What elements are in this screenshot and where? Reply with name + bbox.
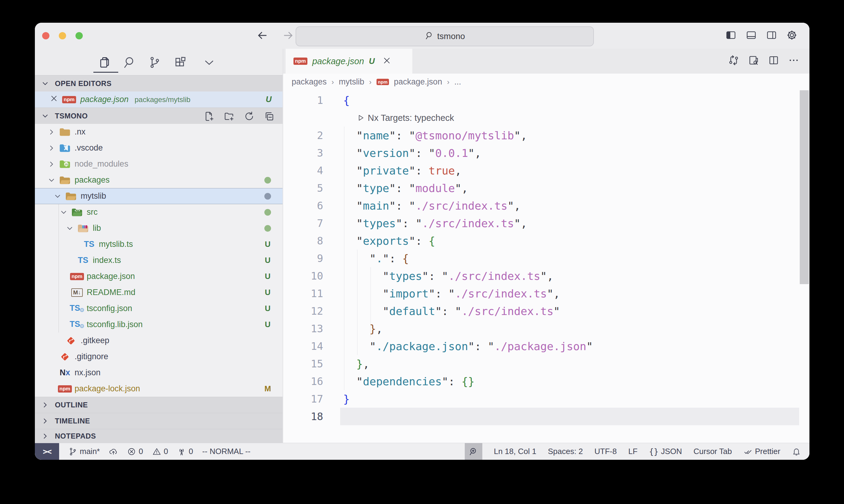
tree-item-tsconfig.lib.json[interactable]: TS⚙tsconfig.lib.jsonU: [35, 317, 282, 332]
code-line-1[interactable]: 1{: [283, 91, 809, 109]
code-line-3[interactable]: 3 "version": "0.0.1",: [283, 144, 809, 162]
tree-item-index.ts[interactable]: TSindex.tsU: [35, 252, 282, 268]
chevron-right-icon[interactable]: [46, 126, 57, 138]
tab-git-badge: U: [369, 57, 375, 66]
code-line-17[interactable]: 17}: [283, 390, 809, 408]
new-file-icon[interactable]: [203, 110, 215, 122]
chevron-right-icon[interactable]: [46, 158, 57, 170]
notifications-bell-icon[interactable]: [792, 447, 801, 456]
zoom-indicator[interactable]: [465, 443, 482, 460]
tree-item-.gitignore[interactable]: .gitignore: [35, 348, 282, 365]
toggle-secondary-sidebar-icon[interactable]: [765, 29, 778, 41]
close-tab-icon[interactable]: [383, 56, 391, 66]
chevron-down-icon[interactable]: [52, 190, 64, 202]
command-center-search[interactable]: tsmono: [296, 26, 594, 46]
code-line-13[interactable]: 13 },: [283, 320, 809, 337]
codelens-nx-targets[interactable]: Nx Targets: typecheck: [283, 109, 809, 127]
chevron-right-icon[interactable]: [46, 142, 57, 154]
code-line-9[interactable]: 9 ".": {: [283, 250, 809, 267]
breadcrumb-packages[interactable]: packages: [292, 77, 327, 87]
code-line-14[interactable]: 14 "./package.json": "./package.json": [283, 337, 809, 355]
outline-section[interactable]: OUTLINE: [35, 397, 282, 413]
extensions-icon[interactable]: [173, 55, 187, 69]
collapse-all-icon[interactable]: [263, 110, 275, 122]
minimize-window-button[interactable]: [59, 32, 66, 39]
errors-item[interactable]: 0: [127, 447, 143, 456]
toggle-primary-sidebar-icon[interactable]: [725, 29, 737, 41]
chevron-down-icon[interactable]: [46, 174, 57, 186]
language-mode-item[interactable]: {} JSON: [649, 447, 682, 456]
code-line-10[interactable]: 10 "types": "./src/index.ts",: [283, 267, 809, 285]
ports-item[interactable]: 0: [177, 447, 193, 456]
tree-item-lib[interactable]: lib: [35, 220, 282, 236]
breadcrumb-symbol[interactable]: ...: [454, 77, 461, 87]
open-changes-icon[interactable]: [728, 54, 740, 66]
sync-changes-icon[interactable]: [109, 447, 118, 456]
warnings-item[interactable]: 0: [152, 447, 168, 456]
toggle-panel-icon[interactable]: [745, 29, 757, 41]
breadcrumb-mytslib[interactable]: mytslib: [339, 77, 364, 87]
chevron-down-icon[interactable]: [57, 206, 70, 218]
encoding-item[interactable]: UTF-8: [595, 447, 617, 456]
workspace-header[interactable]: TSMONO: [35, 108, 282, 124]
split-editor-icon[interactable]: [768, 54, 780, 66]
history-forward-icon[interactable]: [282, 29, 295, 43]
tree-item-tsconfig.json[interactable]: TS⚙tsconfig.jsonU: [35, 301, 282, 317]
tree-item-package.json[interactable]: npmpackage.jsonU: [35, 268, 282, 284]
code-line-2[interactable]: 2 "name": "@tsmono/mytslib",: [283, 127, 809, 144]
code-line-16[interactable]: 16 "dependencies": {}: [283, 373, 809, 390]
history-back-icon[interactable]: [256, 29, 269, 43]
tree-item-packages[interactable]: packages: [35, 172, 282, 188]
breadcrumb-file[interactable]: package.json: [394, 77, 442, 87]
tree-item-node_modules[interactable]: JSnode_modules: [35, 156, 282, 172]
tab-package-json[interactable]: npm package.json U: [286, 49, 412, 74]
code-line-8[interactable]: 8 "exports": {: [283, 232, 809, 250]
remote-indicator[interactable]: ><: [35, 443, 59, 460]
chevron-down-icon[interactable]: [202, 55, 216, 69]
explorer-icon[interactable]: [98, 55, 111, 69]
tree-item-mytslib.ts[interactable]: TSmytslib.tsU: [35, 236, 282, 252]
eol-item[interactable]: LF: [628, 447, 638, 456]
code-line-5[interactable]: 5 "type": "module",: [283, 179, 809, 197]
tree-item-.gitkeep[interactable]: .gitkeep: [35, 332, 282, 348]
git-branch-item[interactable]: main*: [68, 447, 100, 456]
open-editor-item[interactable]: npm package.json packages/mytslib U: [35, 91, 282, 108]
open-editors-header[interactable]: OPEN EDITORS: [35, 75, 282, 91]
tree-item-nx.json[interactable]: Nxnx.json: [35, 365, 282, 381]
settings-gear-icon[interactable]: [786, 29, 798, 41]
vim-mode-item[interactable]: -- NORMAL --: [202, 447, 251, 456]
zoom-window-button[interactable]: [75, 32, 83, 39]
close-editor-icon[interactable]: [50, 94, 58, 105]
source-control-icon[interactable]: [148, 55, 161, 69]
tree-item-.vscode[interactable]: .vscode: [35, 140, 282, 156]
code-line-18[interactable]: 18: [283, 408, 809, 425]
timeline-section[interactable]: TIMELINE: [35, 413, 282, 429]
indentation-item[interactable]: Spaces: 2: [548, 447, 583, 456]
open-preview-icon[interactable]: [747, 54, 760, 66]
refresh-icon[interactable]: [243, 110, 255, 122]
search-icon[interactable]: [122, 55, 136, 69]
git-status-badge: U: [263, 272, 272, 281]
code-line-6[interactable]: 6 "main": "./src/index.ts",: [283, 197, 809, 214]
new-folder-icon[interactable]: [223, 110, 235, 122]
git-icon: [57, 350, 72, 363]
tree-item-package-lock.json[interactable]: npmpackage-lock.jsonM: [35, 381, 282, 397]
code-area[interactable]: 1{Nx Targets: typecheck2 "name": "@tsmon…: [283, 90, 809, 443]
tree-item-.nx[interactable]: .nx: [35, 124, 282, 140]
formatter-item[interactable]: Prettier: [743, 447, 780, 456]
tree-item-src[interactable]: </>src: [35, 204, 282, 220]
tree-item-README.md[interactable]: M↓README.mdU: [35, 284, 282, 301]
editor-scrollbar[interactable]: [800, 90, 809, 284]
code-line-11[interactable]: 11 "import": "./src/index.ts",: [283, 285, 809, 302]
code-line-4[interactable]: 4 "private": true,: [283, 162, 809, 179]
close-window-button[interactable]: [42, 32, 49, 39]
notepads-section[interactable]: NOTEPADS: [35, 429, 282, 443]
cursor-tab-item[interactable]: Cursor Tab: [694, 447, 732, 456]
code-line-12[interactable]: 12 "default": "./src/index.ts": [283, 302, 809, 320]
tree-item-mytslib[interactable]: mytslib: [35, 188, 282, 204]
more-actions-icon[interactable]: [788, 54, 800, 66]
code-line-7[interactable]: 7 "types": "./src/index.ts",: [283, 214, 809, 232]
chevron-down-icon[interactable]: [64, 222, 76, 234]
code-line-15[interactable]: 15 },: [283, 355, 809, 373]
cursor-position-item[interactable]: Ln 18, Col 1: [494, 447, 536, 456]
